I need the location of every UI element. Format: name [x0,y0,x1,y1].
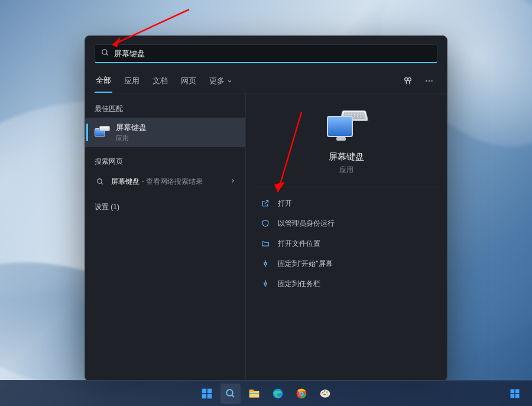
svg-rect-14 [207,388,212,393]
search-icon [95,176,105,187]
best-match-result[interactable]: 屏幕键盘 应用 [85,118,245,147]
search-icon [101,48,109,59]
app-icon [95,125,110,140]
search-row [85,36,447,68]
rewards-button[interactable] [400,73,416,92]
svg-line-8 [101,183,103,184]
svg-point-29 [326,391,328,393]
preview-pane: 屏幕键盘 应用 打开 以管理员身份运行 [246,93,447,381]
action-label: 以管理员身份运行 [278,219,335,229]
preview-subtitle: 应用 [339,165,353,175]
pin-icon [260,258,271,269]
svg-line-18 [232,395,234,397]
tab-web[interactable]: 网页 [180,72,197,93]
svg-rect-32 [511,389,515,393]
chevron-right-icon [230,178,236,185]
chevron-down-icon [227,77,232,86]
svg-rect-16 [207,394,212,398]
svg-point-2 [405,78,408,81]
web-suffix: - 查看网络搜索结果 [142,177,203,187]
svg-line-1 [106,53,108,55]
action-label: 固定到"开始"屏幕 [278,259,333,269]
svg-rect-13 [202,388,207,393]
action-pin-taskbar[interactable]: 固定到任务栏 [254,274,439,294]
edge-button[interactable] [268,384,288,404]
svg-rect-35 [515,394,520,398]
web-search-result[interactable]: 屏幕键盘 - 查看网络搜索结果 [85,170,245,193]
folder-open-icon [260,238,271,249]
settings-header[interactable]: 设置 (1) [85,199,245,216]
chrome-button[interactable] [291,384,312,404]
external-link-icon [260,198,271,209]
result-title: 屏幕键盘 [116,122,236,133]
shield-icon [260,218,271,229]
search-taskbar-button[interactable] [220,384,241,404]
svg-rect-34 [511,394,515,398]
svg-point-31 [323,394,326,395]
svg-point-7 [97,178,102,183]
svg-rect-33 [515,389,520,393]
tab-all[interactable]: 全部 [95,72,112,93]
svg-point-17 [226,389,233,396]
svg-point-27 [322,392,324,394]
web-header: 搜索网页 [85,153,245,170]
tab-apps[interactable]: 应用 [123,72,141,93]
svg-point-3 [408,78,411,81]
content: 最佳匹配 屏幕键盘 应用 搜索网页 屏幕键盘 [85,93,447,381]
svg-point-4 [426,80,427,82]
action-pin-start[interactable]: 固定到"开始"屏幕 [254,254,439,274]
svg-rect-15 [202,394,207,398]
action-open[interactable]: 打开 [254,193,439,213]
tab-docs[interactable]: 文档 [151,72,169,93]
pin-icon [260,278,271,289]
divider [254,187,439,187]
tab-more[interactable]: 更多 [208,72,233,93]
svg-point-30 [327,394,329,395]
action-label: 固定到任务栏 [278,279,320,289]
svg-point-0 [102,49,107,54]
svg-rect-20 [249,389,254,392]
action-open-location[interactable]: 打开文件位置 [254,233,439,254]
start-search-panel: 全部 应用 文档 网页 更多 最佳匹配 [85,35,447,381]
search-box[interactable] [95,44,437,63]
action-run-admin[interactable]: 以管理员身份运行 [254,213,439,233]
preview-app-icon [326,109,367,143]
action-label: 打开 [278,199,292,209]
result-subtitle: 应用 [116,134,236,142]
svg-point-25 [300,392,303,395]
action-label: 打开文件位置 [278,239,320,249]
best-match-header: 最佳匹配 [85,100,245,118]
more-button[interactable] [421,73,437,92]
start-button-right[interactable] [505,384,525,404]
actions-list: 打开 以管理员身份运行 打开文件位置 [254,193,439,294]
svg-point-28 [324,390,326,392]
web-query: 屏幕键盘 [111,177,140,187]
start-button[interactable] [197,384,217,404]
search-input[interactable] [114,49,431,58]
svg-point-6 [432,80,433,82]
svg-rect-21 [249,393,259,394]
taskbar [0,380,532,406]
file-explorer-button[interactable] [244,384,264,404]
preview-title: 屏幕键盘 [329,151,364,163]
svg-point-5 [429,80,430,82]
results-pane: 最佳匹配 屏幕键盘 应用 搜索网页 屏幕键盘 [85,93,246,381]
paint-button[interactable] [315,384,335,404]
tabs-row: 全部 应用 文档 网页 更多 [85,68,447,93]
